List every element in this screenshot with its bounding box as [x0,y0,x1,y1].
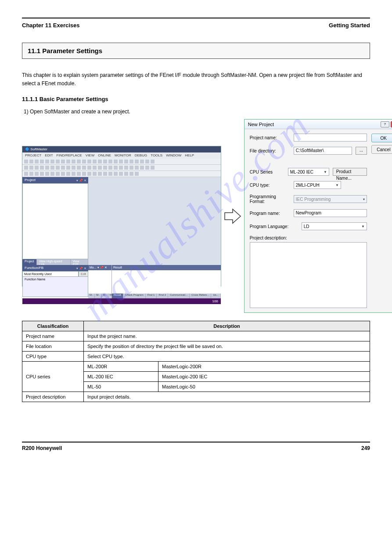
tb-icon[interactable] [77,172,81,176]
tb-icon[interactable] [82,172,86,176]
project-name-input[interactable] [294,134,367,141]
tb-icon[interactable] [29,166,33,170]
program-name-input[interactable]: NewProgram [294,209,367,217]
menu-view[interactable]: VIEW [86,153,94,157]
tb-icon[interactable] [50,172,54,176]
tb-icon[interactable] [35,166,39,170]
help-icon[interactable]: ? [381,121,389,127]
tb-icon[interactable] [29,172,33,176]
tb-icon[interactable] [108,166,112,170]
result-tab-find1[interactable]: Find 1 [146,294,157,298]
func-dropdown[interactable]: Most Recently Used [22,271,79,277]
tb-icon[interactable] [87,172,91,176]
tb-icon[interactable] [61,160,65,163]
tb-icon[interactable] [82,160,86,163]
panel-pin-close-icon[interactable]: ▾ 📌 ✕ [76,178,86,184]
tb-icon[interactable] [114,160,118,163]
tb-icon[interactable] [50,160,54,163]
tb-icon[interactable] [129,166,133,170]
tb-icon[interactable] [87,160,91,163]
monitor-tab[interactable]: M.. [95,294,101,298]
menu-edit[interactable]: EDIT [45,153,53,157]
menu-online[interactable]: ONLINE [98,153,111,157]
panel-pin-close-icon[interactable]: ▾ 📌 ✕ [76,265,86,272]
tb-icon[interactable] [61,166,65,170]
result-tab-comm[interactable]: Communicati... [168,294,190,298]
monitor-tab[interactable]: M.. [88,294,95,298]
tb-icon[interactable] [50,166,54,170]
menu-window[interactable]: WINDOW [166,153,181,157]
cpu-series-select[interactable]: ML-200 IEC▼ [288,168,329,176]
tb-icon[interactable] [135,160,139,163]
tb-icon[interactable] [93,166,97,170]
tb-icon[interactable] [24,160,28,163]
tb-icon[interactable] [56,166,60,170]
tab-p2p[interactable]: View P2P [71,259,88,265]
tb-icon[interactable] [24,172,28,176]
menu-tools[interactable]: TOOLS [151,153,162,157]
tb-icon[interactable] [108,172,112,176]
tb-icon[interactable] [124,172,128,176]
tb-icon[interactable] [72,172,76,176]
menu-findreplace[interactable]: FIND/REPLACE [57,153,82,157]
tb-icon[interactable] [129,172,133,176]
tb-icon[interactable] [129,160,133,163]
project-description-textarea[interactable] [250,242,367,308]
tb-icon[interactable] [140,166,144,170]
tb-icon[interactable] [124,166,128,170]
tb-icon[interactable] [114,166,118,170]
product-name-button[interactable]: Product Name... [333,168,367,176]
tb-icon[interactable] [40,172,44,176]
tb-icon[interactable] [98,166,102,170]
tb-icon[interactable] [40,166,44,170]
menu-debug[interactable]: DEBUG [135,153,147,157]
monitor-tab[interactable]: M.. [102,294,108,298]
result-tab-result[interactable]: Result [112,294,123,298]
cpu-type-select[interactable]: 2MLI-CPUH▼ [294,181,341,189]
tb-icon[interactable] [124,160,128,163]
tb-icon[interactable] [135,172,139,176]
result-tab-check[interactable]: Check Program [123,294,146,298]
tb-icon[interactable] [103,166,107,170]
tb-icon[interactable] [72,160,76,163]
tb-icon[interactable] [77,166,81,170]
cancel-button[interactable]: Cancel [371,145,392,154]
tb-icon[interactable] [145,160,149,163]
tb-icon[interactable] [72,166,76,170]
result-tab-find2[interactable]: Find 2 [157,294,168,298]
func-edit-button[interactable]: Edit [79,271,88,277]
tb-icon[interactable] [119,172,123,176]
tb-icon[interactable] [24,166,28,170]
tb-icon[interactable] [93,172,97,176]
ok-button[interactable]: OK [371,134,392,142]
tb-icon[interactable] [66,160,70,163]
tb-icon[interactable] [93,160,97,163]
tb-icon[interactable] [45,172,49,176]
tb-icon[interactable] [66,166,70,170]
tb-icon[interactable] [151,166,155,170]
tb-icon[interactable] [103,160,107,163]
program-format-select[interactable]: IEC Programming▾ [294,195,367,203]
result-tab-used[interactable]: Us... [211,294,220,298]
tb-icon[interactable] [29,160,33,163]
tb-icon[interactable] [56,160,60,163]
tb-icon[interactable] [140,160,144,163]
tb-icon[interactable] [82,166,86,170]
tb-icon[interactable] [103,172,107,176]
tb-icon[interactable] [151,160,155,163]
tb-icon[interactable] [45,166,49,170]
tb-icon[interactable] [119,166,123,170]
tb-icon[interactable] [40,160,44,163]
menu-monitor[interactable]: MONITOR [115,153,131,157]
tb-icon[interactable] [77,160,81,163]
menu-help[interactable]: HELP [185,153,194,157]
tb-icon[interactable] [145,166,149,170]
tb-icon[interactable] [135,166,139,170]
result-tab-crossref[interactable]: Cross Refere... [190,294,211,298]
browse-button[interactable]: ... [356,147,367,155]
tb-icon[interactable] [108,160,112,163]
tb-icon[interactable] [35,172,39,176]
program-language-select[interactable]: LD▼ [302,222,367,230]
tb-icon[interactable] [45,160,49,163]
tb-icon[interactable] [61,172,65,176]
